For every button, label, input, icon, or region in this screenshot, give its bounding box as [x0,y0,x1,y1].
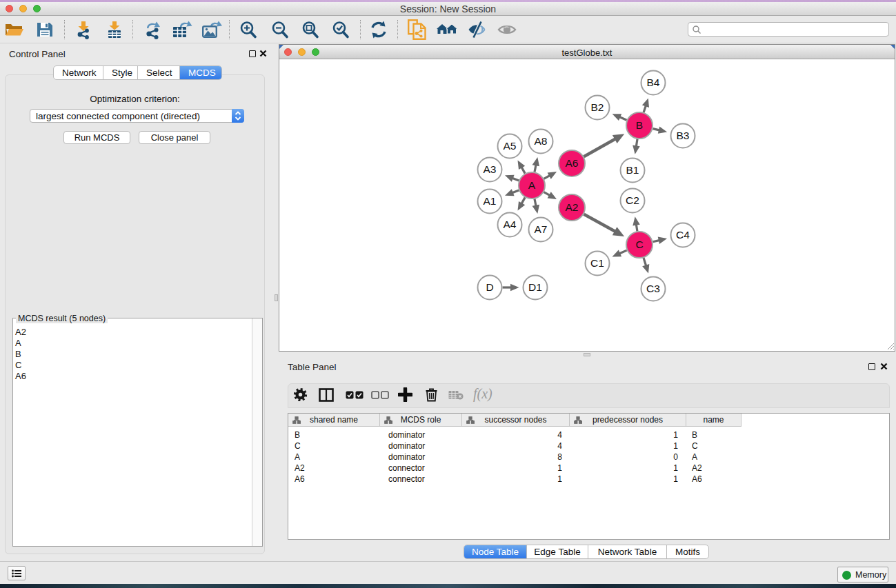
svg-text:A3: A3 [484,163,497,175]
svg-text:C1: C1 [590,257,604,269]
svg-text:D: D [486,281,493,293]
svg-text:A4: A4 [504,219,517,230]
svg-text:B1: B1 [626,164,639,176]
svg-text:C2: C2 [626,194,639,206]
svg-text:C: C [635,239,643,250]
svg-text:D1: D1 [528,281,542,293]
svg-text:A7: A7 [535,223,548,235]
svg-text:C3: C3 [646,283,660,294]
svg-text:A5: A5 [504,140,517,152]
svg-text:A8: A8 [535,135,548,147]
svg-text:A6: A6 [566,157,579,169]
svg-text:B: B [636,119,643,131]
svg-text:A2: A2 [566,201,579,213]
svg-text:B4: B4 [647,77,660,88]
svg-text:C4: C4 [676,229,690,241]
svg-text:B2: B2 [591,101,604,113]
svg-text:A: A [528,179,536,191]
svg-text:A1: A1 [484,195,497,207]
svg-text:B3: B3 [677,130,690,141]
